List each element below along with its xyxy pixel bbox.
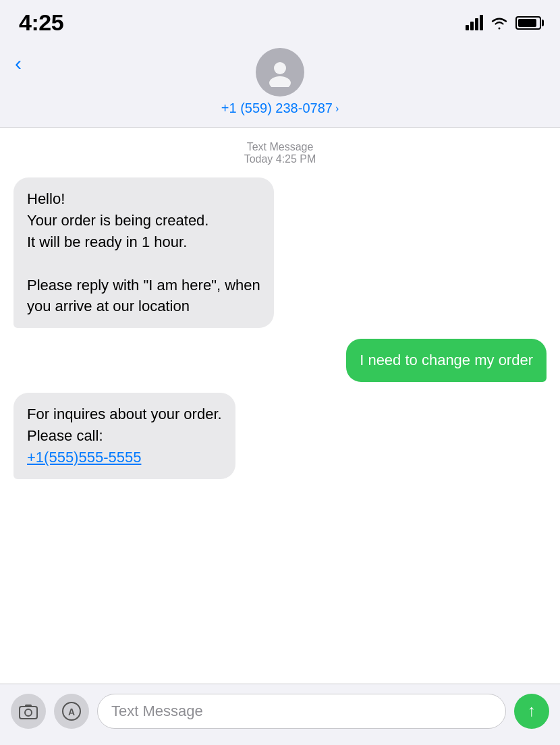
- svg-point-1: [269, 76, 291, 87]
- signal-icon: [466, 16, 483, 30]
- back-button[interactable]: ‹: [15, 52, 22, 75]
- appstore-icon: A: [61, 701, 82, 721]
- camera-icon: [19, 703, 38, 719]
- chevron-right-icon: ›: [335, 103, 339, 115]
- messages-area: Text Message Today 4:25 PM Hello!Your or…: [0, 128, 560, 663]
- svg-text:A: A: [68, 707, 75, 717]
- contact-number[interactable]: +1 (559) 238-0787 ›: [221, 101, 339, 116]
- nav-bar: ‹ +1 (559) 238-0787 ›: [0, 41, 560, 128]
- message-row: Hello!Your order is being created.It wil…: [13, 177, 547, 328]
- timestamp-label: Text Message: [13, 141, 547, 153]
- svg-point-0: [274, 62, 286, 74]
- svg-rect-4: [25, 705, 32, 707]
- text-input[interactable]: Text Message: [97, 694, 506, 729]
- timestamp-value: Today 4:25 PM: [13, 153, 547, 165]
- message-row: For inquires about your order.Please cal…: [13, 393, 547, 479]
- send-button[interactable]: ↑: [514, 694, 549, 729]
- outgoing-bubble: I need to change my order: [346, 339, 547, 382]
- status-icons: [466, 16, 541, 30]
- svg-point-3: [25, 709, 32, 716]
- message-row: I need to change my order: [13, 339, 547, 382]
- text-input-placeholder: Text Message: [111, 702, 203, 720]
- timestamp-header: Text Message Today 4:25 PM: [13, 141, 547, 165]
- send-icon: ↑: [528, 701, 536, 720]
- input-bar: A Text Message ↑: [0, 684, 560, 745]
- battery-icon: [515, 16, 541, 30]
- phone-link[interactable]: +1(555)555-5555: [27, 449, 141, 466]
- wifi-icon: [490, 16, 509, 30]
- appstore-button[interactable]: A: [54, 694, 89, 729]
- avatar: [256, 48, 304, 96]
- status-time: 4:25: [19, 9, 63, 36]
- person-icon: [265, 57, 295, 87]
- camera-button[interactable]: [11, 694, 46, 729]
- status-bar: 4:25: [0, 0, 560, 41]
- incoming-bubble: For inquires about your order.Please cal…: [13, 393, 235, 479]
- incoming-bubble: Hello!Your order is being created.It wil…: [13, 177, 274, 328]
- svg-rect-2: [20, 707, 37, 719]
